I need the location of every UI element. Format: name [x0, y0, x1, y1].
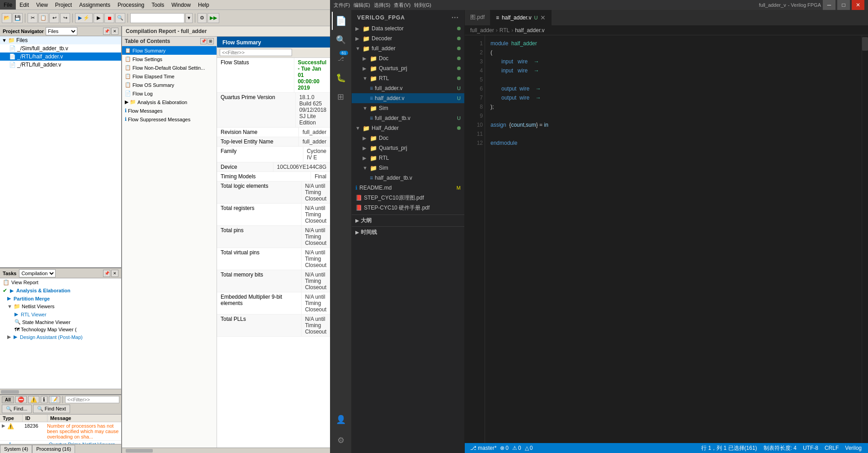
msg-btn-warning[interactable]: ⚠️ [28, 396, 39, 403]
tab-system[interactable]: System (4) [0, 445, 32, 453]
tree-item-tb[interactable]: 📄 _/Sim/full_adder_tb.v [0, 44, 121, 52]
toolbar-run-all[interactable]: ▶▶ [208, 13, 219, 23]
report-hscroll[interactable] [122, 448, 330, 453]
activity-debug[interactable]: 🐛 [332, 69, 350, 87]
explorer-more-btn[interactable]: ··· [452, 14, 459, 22]
status-encoding[interactable]: UTF-8 [800, 445, 821, 451]
toc-item-elapsed[interactable]: 📋 Flow Elapsed Time [122, 72, 217, 81]
task-partition-merge[interactable]: ▶ Partition Merge [0, 295, 121, 302]
menu-file[interactable]: File [0, 0, 16, 10]
msg-filter-input[interactable] [65, 396, 119, 403]
tree-fa-quartus[interactable]: ▶ 📁 Quartus_prj [352, 63, 464, 73]
tree-ha-tb[interactable]: ≡ half_adder_tb.v [352, 173, 464, 183]
tree-ha-rtl[interactable]: ▶ 📁 RTL [352, 153, 464, 163]
toolbar-copy[interactable]: 📋 [38, 13, 48, 23]
toc-item-analysis[interactable]: ▶ 📁 Analysis & Elaboration [122, 98, 217, 106]
toc-item-flow-settings[interactable]: 📋 Flow Settings [122, 55, 217, 63]
toolbar-redo[interactable]: ↪ [60, 13, 70, 23]
toolbar-settings[interactable]: ⚙ [198, 13, 207, 23]
tab-half-adder[interactable]: ≡ half_adder.v U ✕ [491, 10, 552, 25]
tree-data-selector[interactable]: ▶ 📁 Data selector [352, 24, 464, 33]
toolbar-stop[interactable]: ⏹ [104, 13, 114, 23]
toc-item-suppressed[interactable]: ℹ Flow Suppressed Messages [122, 115, 217, 124]
tree-readme[interactable]: ℹ README.md M [352, 183, 464, 193]
tree-ha-doc[interactable]: ▶ 📁 Doc [352, 133, 464, 143]
toolbar-save[interactable]: 💾 [13, 13, 23, 23]
status-position[interactable]: 行 1，列 1 已选择(161) [698, 444, 760, 452]
task-analysis[interactable]: ✔ ▶ Analysis & Elaboration [0, 286, 121, 295]
status-info[interactable]: △ 0 [523, 445, 535, 451]
task-netlist-viewers[interactable]: ▼ 📁 Netlist Viewers [0, 302, 121, 310]
toc-item-flow-log[interactable]: 📄 Flow Log [122, 89, 217, 98]
menu-processing[interactable]: Processing [114, 0, 148, 10]
task-tech-map[interactable]: 🗺 Technology Map Viewer ( [0, 326, 121, 333]
tree-fa-sim[interactable]: ▼ 📁 Sim [352, 103, 464, 113]
tree-pdf1[interactable]: 📕 STEP_CYC10原理图.pdf [352, 193, 464, 203]
code-content[interactable]: module half_adder ( input wire → input w… [485, 35, 862, 443]
tree-item-full-adder[interactable]: 📄 _/RTL/full_adder.v [0, 61, 121, 69]
menu-edit[interactable]: Edit [16, 0, 33, 10]
toolbar-analyze[interactable]: ▶ ⚡ [75, 13, 93, 23]
outline-section-header[interactable]: ▶ 大纲 [352, 215, 464, 226]
tab-pdf[interactable]: 图.pdf [465, 10, 491, 25]
msg-btn-error[interactable]: ⛔ [15, 396, 27, 403]
project-dropdown[interactable]: ▼ [185, 13, 193, 23]
status-language[interactable]: Verilog [842, 445, 864, 451]
task-state-machine[interactable]: 🔍 State Machine Viewer [0, 318, 121, 326]
window-close[interactable]: ✕ [852, 0, 864, 10]
activity-search[interactable]: 🔍 [332, 31, 350, 49]
toolbar-compile[interactable]: ▶ [94, 13, 104, 23]
tree-fa-full-adder-v[interactable]: ≡ full_adder.v U [352, 83, 464, 93]
tasks-compilation-select[interactable]: Compilation [19, 269, 56, 277]
activity-extensions[interactable]: ⊞ [332, 88, 350, 106]
flow-filter-input[interactable] [220, 49, 292, 56]
editor-scrollbar[interactable] [862, 35, 868, 443]
tree-item-half-adder[interactable]: 📄 _/RTL/half_adder.v [0, 52, 121, 61]
project-name-input[interactable]: full_adder [130, 13, 184, 23]
menu-view[interactable]: View [33, 0, 52, 10]
menu-tools[interactable]: Tools [148, 0, 168, 10]
toc-item-os-summary[interactable]: 📋 Flow OS Summary [122, 81, 217, 89]
toolbar-cut[interactable]: ✂ [28, 13, 38, 23]
menu-project[interactable]: Project [52, 0, 75, 10]
tree-fa-rtl[interactable]: ▼ 📁 RTL [352, 73, 464, 83]
menu-help[interactable]: Help [194, 0, 213, 10]
navigator-pin[interactable]: 📌 [103, 28, 110, 35]
tasks-pin[interactable]: 📌 [103, 270, 110, 277]
msg-row-2[interactable]: ℹ Quartus Prime Netlist Viewers Preproce… [0, 441, 121, 444]
navigator-close[interactable]: ✕ [111, 28, 118, 35]
tree-fa-tb[interactable]: ≡ full_adder_tb.v U [352, 113, 464, 123]
find-button[interactable]: 🔍 Find... [2, 405, 32, 413]
navigator-view-select[interactable]: Files Hierarchy [46, 27, 77, 35]
status-eol[interactable]: CRLF [822, 445, 841, 451]
tasks-hscroll[interactable] [0, 389, 121, 394]
status-errors[interactable]: ⊗ 0 [498, 445, 510, 451]
toc-expand[interactable]: ⊞ [208, 38, 214, 44]
tree-full-adder[interactable]: ▼ 📁 full_adder [352, 43, 464, 53]
msg-btn-note[interactable]: 📝 [49, 396, 60, 403]
msg-btn-info[interactable]: ℹ [41, 396, 47, 403]
task-rtl-viewer[interactable]: ▶ RTL Viewer [0, 310, 121, 318]
toolbar-rtl[interactable]: 🔍 [115, 13, 125, 23]
toolbar-open[interactable]: 📂 [2, 13, 12, 23]
activity-source-control[interactable]: ⎇ 61 [332, 50, 350, 68]
status-branch[interactable]: ⎇ master* [468, 445, 498, 451]
window-minimize[interactable]: ─ [823, 0, 835, 10]
tasks-close[interactable]: ✕ [111, 270, 118, 277]
activity-settings[interactable]: ⚙ [332, 431, 350, 449]
toc-item-flow-messages[interactable]: ℹ Flow Messages [122, 106, 217, 115]
timeline-section-header[interactable]: ▶ 时间线 [352, 226, 464, 238]
tree-ha-sim[interactable]: ▼ 📁 Sim [352, 163, 464, 173]
tree-fa-half-adder-v[interactable]: ≡ half_adder.v U [352, 93, 464, 103]
toc-pin[interactable]: 📌 [200, 38, 207, 44]
toolbar-undo[interactable]: ↩ [49, 13, 59, 23]
task-view-report[interactable]: 📋 View Report [0, 278, 121, 286]
activity-account[interactable]: 👤 [332, 410, 350, 429]
tab-close[interactable]: ✕ [540, 14, 546, 21]
status-warnings[interactable]: ⚠ 0 [510, 445, 523, 451]
tree-ha-quartus[interactable]: ▶ 📁 Quartus_prj [352, 143, 464, 153]
find-next-button[interactable]: 🔍 Find Next [33, 405, 70, 413]
task-design-assistant[interactable]: ▶ ▶ Design Assistant (Post-Map) [0, 333, 121, 341]
toc-item-flow-summary[interactable]: 📋 Flow Summary [122, 46, 217, 55]
tab-processing[interactable]: Processing (16) [32, 445, 75, 453]
